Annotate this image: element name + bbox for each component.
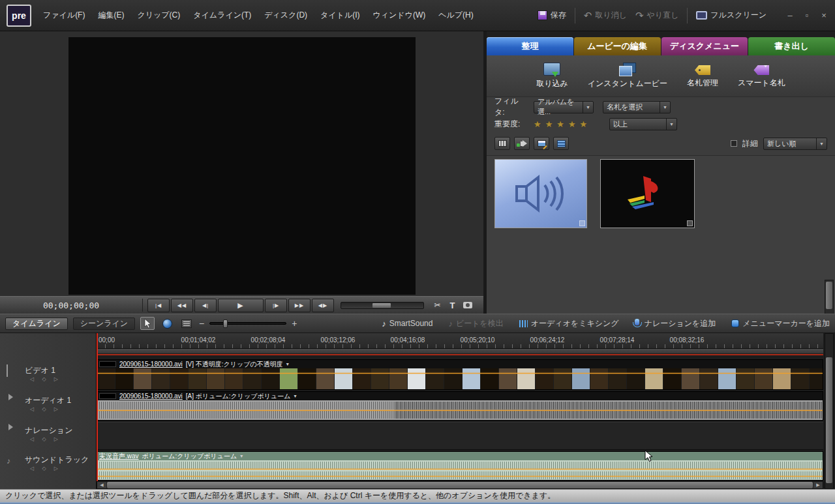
rewind-button[interactable]: ◀◀ bbox=[171, 299, 193, 312]
album-filter-dropdown[interactable]: アルバムを選...▼ bbox=[534, 101, 594, 113]
keyframe-nav-icons[interactable]: ◁ ◇ ▷ bbox=[30, 376, 61, 382]
detect-beats-button[interactable]: ♪ ビートを検出 bbox=[448, 318, 503, 329]
zoom-out-button[interactable]: − bbox=[199, 318, 204, 329]
timeline-audio-clip[interactable]: 20090615-180000.avi [A] ボリューム:クリップボリューム … bbox=[97, 391, 823, 421]
close-button[interactable]: × bbox=[819, 10, 828, 20]
shuttle-button[interactable]: ◀▶ bbox=[312, 299, 334, 312]
horizontal-scrollbar-thumb[interactable] bbox=[107, 482, 813, 488]
freeze-frame-button[interactable] bbox=[460, 299, 475, 312]
zoom-slider-thumb[interactable] bbox=[223, 319, 228, 328]
timeline-soundtrack-clip[interactable]: 実況音声.wav ボリューム:クリップボリューム ▾ bbox=[97, 451, 823, 481]
rating-stars[interactable]: ★★★★★ bbox=[534, 119, 601, 129]
tab-share[interactable]: 書き出し bbox=[748, 37, 835, 55]
filter-audio-button[interactable] bbox=[514, 137, 530, 150]
audio-clip-property[interactable]: [A] ボリューム:クリップボリューム bbox=[186, 392, 291, 400]
undo-button[interactable]: ↶ 取り消し bbox=[584, 10, 627, 21]
shuttle-slider[interactable] bbox=[341, 302, 424, 309]
keyframe-nav-icons[interactable]: ◁ ◇ ▷ bbox=[30, 466, 61, 471]
pan-rubber-band[interactable] bbox=[97, 476, 823, 477]
audio-mixer-icon bbox=[519, 320, 528, 327]
menu-disc[interactable]: ディスク(D) bbox=[264, 10, 307, 21]
split-clip-button[interactable]: ✂ bbox=[430, 299, 445, 312]
opacity-rubber-band[interactable] bbox=[97, 373, 823, 374]
time-ruler[interactable]: 00;0000;01;04;0200;02;08;0400;03;12;0600… bbox=[97, 333, 823, 349]
filter-photo-button[interactable] bbox=[534, 137, 549, 150]
scroll-right-icon[interactable]: ▶ bbox=[813, 482, 823, 488]
scroll-left-icon[interactable]: ◀ bbox=[97, 482, 106, 488]
smartsound-button[interactable]: ♪ SmartSound bbox=[382, 319, 433, 329]
save-button[interactable]: 保存 bbox=[538, 10, 566, 21]
menu-window[interactable]: ウィンドウ(W) bbox=[373, 10, 426, 21]
volume-rubber-band[interactable] bbox=[97, 469, 823, 469]
mix-audio-button[interactable]: オーディオをミキシング bbox=[519, 318, 619, 329]
tag-filter-dropdown[interactable]: 名札を選択▼ bbox=[603, 101, 671, 113]
get-media-icon bbox=[543, 63, 560, 76]
details-checkbox[interactable] bbox=[731, 140, 737, 147]
current-timecode[interactable]: 00;00;00;00 bbox=[43, 301, 99, 310]
menu-file[interactable]: ファイル(F) bbox=[43, 10, 85, 21]
timeline-video-clip[interactable]: 20090615-180000.avi [V] 不透明度:クリップの不透明度 ▾ bbox=[97, 359, 823, 390]
redo-button[interactable]: ↷ やり直し bbox=[635, 10, 678, 21]
action-tag-manager[interactable]: 名札管理 bbox=[687, 63, 718, 89]
work-area-bar[interactable] bbox=[97, 349, 823, 354]
zoom-slider[interactable] bbox=[209, 322, 286, 325]
sort-order-dropdown[interactable]: 新しい順▼ bbox=[763, 138, 827, 150]
properties-button[interactable] bbox=[179, 317, 194, 330]
menu-clip[interactable]: クリップ(C) bbox=[137, 10, 180, 21]
add-narration-button[interactable]: ナレーションを追加 bbox=[635, 318, 716, 329]
filter-video-button[interactable] bbox=[494, 137, 510, 150]
play-button[interactable]: ▶ bbox=[218, 299, 264, 312]
track-header-soundtrack[interactable]: サウンドトラック bbox=[25, 454, 89, 466]
narration-track-empty[interactable] bbox=[97, 422, 823, 450]
action-get-media[interactable]: 取り込み bbox=[536, 63, 568, 89]
view-grid-button[interactable] bbox=[553, 137, 569, 150]
minimize-button[interactable]: – bbox=[785, 10, 795, 20]
tab-sceneline[interactable]: シーンライン bbox=[73, 318, 135, 330]
chevron-down-icon[interactable]: ▾ bbox=[240, 453, 243, 459]
video-clip-property[interactable]: [V] 不透明度:クリップの不透明度 bbox=[186, 360, 283, 368]
tab-timeline[interactable]: タイムライン bbox=[5, 318, 68, 330]
tab-edit-movie[interactable]: ムービーの編集 bbox=[574, 37, 661, 55]
add-menu-marker-button[interactable]: メニューマーカーを追加 bbox=[731, 318, 830, 329]
tab-disc-menu[interactable]: ディスクメニュー bbox=[661, 37, 748, 55]
timeline-horizontal-scrollbar[interactable]: ◀ ▶ bbox=[97, 481, 823, 489]
keyframe-nav-icons[interactable]: ◁ ◇ ▷ bbox=[30, 436, 61, 442]
menu-edit[interactable]: 編集(E) bbox=[98, 10, 124, 21]
fast-forward-button[interactable]: ▶▶ bbox=[288, 299, 311, 312]
maximize-button[interactable]: ▫ bbox=[802, 10, 812, 20]
menu-timeline[interactable]: タイムライン(T) bbox=[193, 10, 251, 21]
time-stretch-tool-button[interactable] bbox=[160, 317, 174, 330]
track-header-video-1[interactable]: ビデオ 1 bbox=[25, 365, 55, 376]
tab-organize[interactable]: 整理 bbox=[487, 37, 573, 55]
shuttle-thumb[interactable] bbox=[372, 303, 391, 308]
media-scrollbar-thumb[interactable] bbox=[826, 282, 832, 309]
soundtrack-clip-property[interactable]: ボリューム:クリップボリューム bbox=[142, 452, 237, 460]
zoom-in-button[interactable]: + bbox=[292, 318, 297, 329]
rating-mode-dropdown[interactable]: 以上▼ bbox=[609, 118, 677, 130]
add-narration-label: ナレーションを追加 bbox=[645, 318, 716, 329]
menu-help[interactable]: ヘルプ(H) bbox=[438, 10, 474, 21]
vertical-scrollbar-thumb[interactable] bbox=[826, 357, 832, 483]
chevron-down-icon[interactable]: ▾ bbox=[286, 361, 289, 367]
media-item-audio-clip[interactable] bbox=[494, 159, 587, 228]
playhead[interactable] bbox=[97, 333, 98, 481]
monitor-panel: 00;00;00;00 |◀◀◀◀|▶|▶▶▶◀▶ ✂ T bbox=[0, 31, 483, 314]
add-text-button[interactable]: T bbox=[445, 299, 460, 312]
timeline-vertical-scrollbar[interactable] bbox=[825, 333, 834, 489]
step-back-button[interactable]: ◀| bbox=[194, 299, 217, 312]
goto-previous-edit-button[interactable]: |◀ bbox=[147, 299, 170, 312]
media-item-video-clip[interactable] bbox=[600, 159, 695, 228]
track-header-narration[interactable]: ナレーション bbox=[25, 425, 72, 436]
menu-title[interactable]: タイトル(I) bbox=[320, 10, 359, 21]
action-instant-movie[interactable]: インスタントムービー bbox=[588, 63, 667, 89]
chevron-down-icon[interactable]: ▾ bbox=[294, 393, 296, 399]
step-forward-button[interactable]: |▶ bbox=[265, 299, 287, 312]
track-header-audio-1[interactable]: オーディオ 1 bbox=[25, 395, 71, 406]
keyframe-nav-icons[interactable]: ◁ ◇ ▷ bbox=[30, 406, 61, 412]
selection-tool-button[interactable] bbox=[140, 317, 155, 330]
fullscreen-button[interactable]: フルスクリーン bbox=[696, 10, 767, 21]
playstation-logo-icon bbox=[620, 173, 676, 214]
volume-rubber-band[interactable] bbox=[97, 410, 823, 411]
action-smart-tag[interactable]: スマート名札 bbox=[738, 63, 785, 89]
preview-monitor[interactable] bbox=[68, 37, 416, 295]
